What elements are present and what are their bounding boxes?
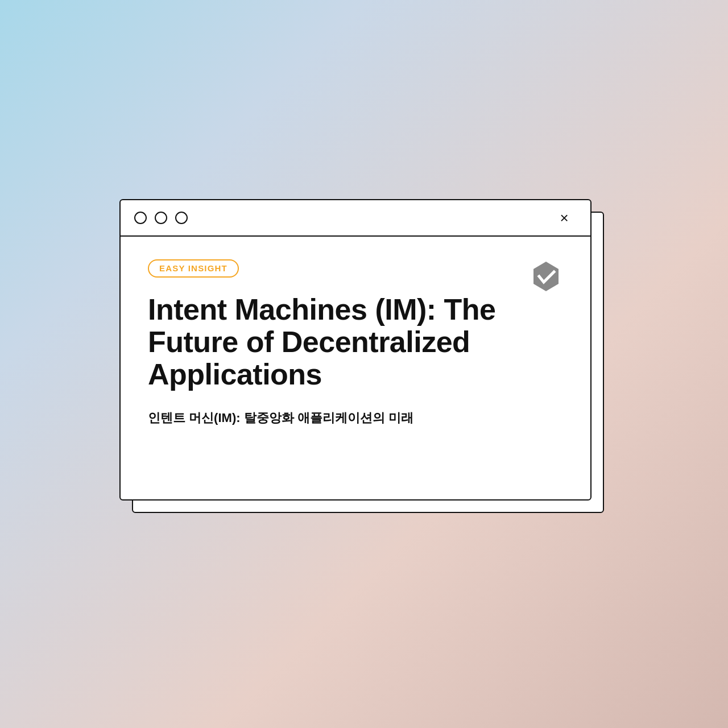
main-card: × EASY INSIGHT Intent Machines (IM): The…: [119, 199, 592, 500]
close-button[interactable]: ×: [552, 205, 577, 230]
window-circle-1[interactable]: [134, 212, 147, 224]
korean-subtitle: 인텐트 머신(IM): 탈중앙화 애플리케이션의 미래: [148, 408, 563, 427]
window-circle-3[interactable]: [175, 212, 188, 224]
svg-marker-0: [533, 262, 559, 291]
window-controls: [134, 212, 188, 224]
card-content: EASY INSIGHT Intent Machines (IM): The F…: [121, 237, 590, 450]
main-title: Intent Machines (IM): The Future of Dece…: [148, 293, 563, 391]
card-wrapper: × EASY INSIGHT Intent Machines (IM): The…: [119, 199, 609, 529]
verified-icon: [529, 259, 563, 293]
title-bar: ×: [121, 200, 590, 237]
window-circle-2[interactable]: [155, 212, 167, 224]
badge-text: EASY INSIGHT: [159, 263, 228, 273]
easy-insight-badge: EASY INSIGHT: [148, 259, 239, 278]
